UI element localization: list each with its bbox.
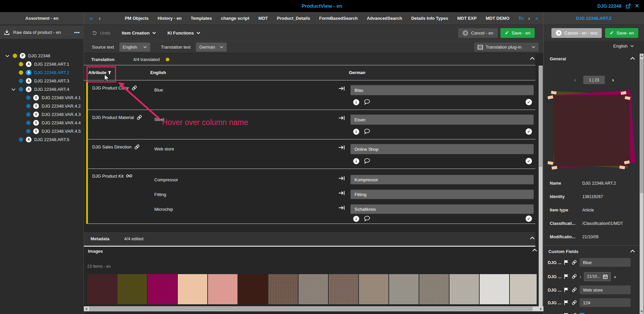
tab-formbasedsearch[interactable]: FormBasedSearch [319, 16, 358, 21]
save-en-button[interactable]: ✓ Save- en [605, 28, 638, 38]
close-icon[interactable]: ✕ [635, 3, 639, 9]
custom-field-input[interactable]: 124 [580, 298, 631, 307]
vertical-scrollbar[interactable] [539, 66, 543, 306]
translated-check-icon[interactable]: ✓ [526, 215, 532, 222]
tab-pm-objects[interactable]: PM Objects [125, 16, 149, 21]
column-header-english[interactable]: English [150, 70, 166, 75]
more-menu-icon[interactable]: ••• [74, 30, 80, 35]
column-header-attribute[interactable]: Attribute [88, 70, 111, 75]
link-icon[interactable] [137, 115, 142, 120]
link-icon[interactable] [572, 313, 577, 314]
custom-field-input[interactable]: Web store [580, 286, 631, 294]
image-preview[interactable] [544, 88, 644, 172]
flag-icon[interactable] [564, 260, 569, 265]
target-input[interactable]: Blau [351, 85, 534, 95]
translated-check-icon[interactable]: ✓ [526, 99, 532, 105]
target-input[interactable]: Kompressor [351, 175, 534, 184]
tree-item-art2-selected[interactable]: A DJG 22348.ART.2 [0, 68, 84, 77]
pager-prev-icon[interactable]: ‹ [574, 77, 576, 83]
item-creation-dropdown[interactable]: Item Creation [122, 30, 156, 36]
info-icon[interactable]: i [353, 158, 359, 164]
tabs-scroll-last-icon[interactable]: » [535, 15, 538, 21]
link-icon[interactable] [572, 300, 577, 305]
info-icon[interactable]: i [353, 216, 359, 222]
panel-scrollbar-thumb[interactable] [640, 59, 643, 193]
image-thumbnail[interactable] [238, 274, 268, 304]
image-thumbnail[interactable] [148, 274, 177, 304]
info-icon[interactable]: i [353, 129, 359, 135]
scroll-down-icon[interactable] [640, 311, 643, 313]
collapse-general-icon[interactable] [630, 57, 635, 60]
flag-icon[interactable] [564, 287, 569, 293]
horizontal-scrollbar-thumb[interactable] [89, 307, 533, 311]
tree-item-var45[interactable]: V DJG 22348.VAR.4.5 [0, 127, 84, 135]
image-thumbnail[interactable] [117, 274, 147, 304]
link-icon[interactable] [134, 144, 140, 150]
image-thumbnail[interactable] [268, 274, 298, 304]
horizontal-scrollbar[interactable] [84, 306, 543, 311]
image-thumbnail[interactable] [178, 274, 207, 304]
target-input[interactable]: Fitting [351, 190, 534, 199]
tree-item-art4[interactable]: A DJG 22348.ART.4 [0, 85, 84, 93]
tree-item-product[interactable]: P DJG 22348 [0, 52, 84, 60]
image-thumbnail[interactable] [480, 274, 509, 304]
translated-check-icon[interactable]: ✓ [526, 128, 532, 135]
tree-item-art5[interactable]: A DJG 22348.ART.5 [0, 135, 84, 144]
tab-templates[interactable]: Templates [191, 16, 212, 21]
tab-translation-area[interactable]: Translation Area [519, 16, 524, 21]
save-button[interactable]: ✓ Save - en [500, 28, 535, 38]
tabs-scroll-first-icon[interactable]: « [90, 15, 93, 22]
image-thumbnail[interactable] [299, 274, 328, 304]
scroll-right-icon[interactable] [540, 308, 542, 310]
transfer-arrow-icon[interactable] [338, 115, 345, 121]
tab-change-script[interactable]: change script [221, 16, 250, 21]
link-icon[interactable] [572, 260, 577, 265]
flag-icon[interactable] [564, 313, 569, 314]
collapse-images-icon[interactable] [532, 249, 537, 252]
link-icon[interactable] [572, 287, 577, 293]
tree-item-art3[interactable]: A DJG 22348.ART.3 [0, 77, 84, 85]
transfer-arrow-icon[interactable] [338, 205, 345, 210]
link-icon[interactable] [131, 85, 137, 91]
panel-vertical-scrollbar[interactable] [640, 54, 644, 314]
download-icon[interactable] [4, 29, 10, 35]
comment-icon[interactable] [364, 128, 370, 134]
flag-icon[interactable] [564, 300, 569, 305]
image-thumbnail[interactable] [419, 274, 449, 304]
tree-item-var43[interactable]: V DJG 22348.VAR.4.3 [0, 110, 84, 119]
date-picker[interactable]: 21/10... [584, 272, 611, 281]
collapse-custom-fields-icon[interactable] [630, 250, 635, 253]
date-next-icon[interactable]: › [614, 274, 616, 279]
tree-item-var44[interactable]: V DJG 22348.VAR.4.4 [0, 119, 84, 127]
cancel-button[interactable]: ✕ Cancel - en [458, 28, 497, 38]
tab-advancedsearch[interactable]: AdvancedSearch [367, 16, 402, 21]
tabs-scroll-back-icon[interactable]: ‹ [99, 15, 101, 22]
image-thumbnail[interactable] [329, 274, 358, 304]
image-thumbnail[interactable] [87, 274, 117, 304]
source-language-select[interactable]: English [119, 43, 150, 52]
comment-icon[interactable] [364, 215, 370, 222]
image-thumbnail[interactable] [208, 274, 237, 304]
collapse-metadata-icon[interactable] [530, 237, 535, 240]
collapse-translation-icon[interactable] [530, 57, 535, 60]
external-link-icon[interactable] [626, 3, 631, 9]
ki-functions-dropdown[interactable]: KI Functions [167, 30, 200, 36]
image-thumbnail[interactable] [359, 274, 388, 304]
vertical-scrollbar-thumb[interactable] [539, 66, 542, 167]
tab-mdt[interactable]: MDT [258, 16, 268, 21]
translation-plugin-select[interactable]: Translation plug-in [474, 43, 539, 52]
chevron-down-icon[interactable] [5, 55, 10, 57]
tab-history[interactable]: History - en [158, 16, 182, 21]
image-thumbnail[interactable] [389, 274, 419, 304]
transfer-arrow-icon[interactable] [338, 145, 345, 150]
chevron-down-icon[interactable] [11, 88, 16, 91]
date-prev-icon[interactable]: ‹ [580, 274, 581, 279]
scroll-up-icon[interactable] [640, 55, 643, 57]
info-icon[interactable]: i [353, 99, 359, 105]
transfer-arrow-icon[interactable] [338, 190, 345, 196]
custom-field-input[interactable]: Blue [580, 258, 631, 267]
tree-item-var42[interactable]: V DJG 22348.VAR.4.2 [0, 102, 84, 110]
tab-mdt-exp[interactable]: MDT EXP [457, 16, 477, 21]
comment-icon[interactable] [364, 99, 370, 105]
target-input[interactable]: Eisen [351, 115, 534, 125]
